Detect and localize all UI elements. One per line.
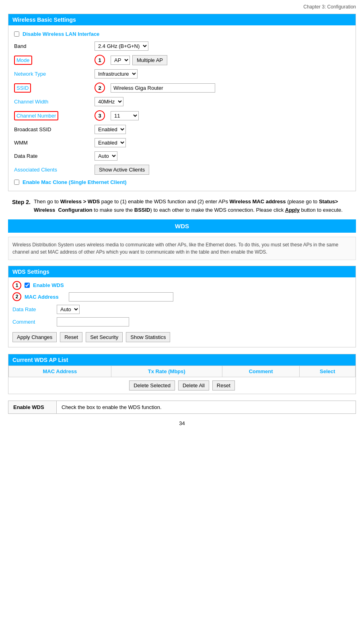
- enable-wds-label: Enable WDS: [33, 282, 64, 288]
- network-type-row: Network Type Infrastructure: [12, 67, 352, 81]
- disable-row: Disable Wireless LAN Interface: [12, 29, 352, 39]
- mac-address-container: 2 MAC Address: [12, 291, 352, 303]
- wds-ap-table: MAC Address Tx Rate (Mbps) Comment Selec…: [8, 366, 356, 377]
- mac-address-input[interactable]: [69, 292, 173, 302]
- step2-content: Step 2. Then go to Wireless > WDS page t…: [12, 198, 352, 215]
- ssid-input[interactable]: [111, 83, 215, 93]
- col-comment: Comment: [222, 366, 300, 377]
- channel-width-select[interactable]: 40MHz: [95, 97, 123, 106]
- enable-wds-row: Enable WDS: [25, 281, 352, 291]
- channel-number-select[interactable]: 11: [111, 111, 139, 120]
- wds-data-rate-row: Data Rate Auto: [12, 303, 352, 316]
- band-select[interactable]: 2.4 GHz (B+G+N): [95, 41, 148, 51]
- step2-apply-link: Apply: [285, 207, 300, 213]
- wmm-label: WMM: [14, 140, 95, 146]
- col-select: Select: [300, 366, 356, 377]
- wds-ap-list-panel: Current WDS AP List MAC Address Tx Rate …: [8, 354, 356, 394]
- description-row: Enable WDS Check the box to enable the W…: [8, 401, 356, 413]
- wds-action-buttons: Apply Changes Reset Set Security Show St…: [12, 328, 352, 344]
- step2-label: Step 2.: [12, 198, 31, 215]
- wds-comment-input[interactable]: [57, 317, 129, 326]
- disable-label: Disable Wireless LAN Interface: [23, 31, 99, 37]
- circle-2-badge: 2: [95, 83, 105, 93]
- description-table: Enable WDS Check the box to enable the W…: [8, 401, 356, 414]
- mode-highlight: Mode: [14, 56, 32, 65]
- network-type-label: Network Type: [14, 71, 95, 77]
- wds-list-buttons: Delete Selected Delete All Reset: [8, 377, 356, 394]
- network-type-select[interactable]: Infrastructure: [95, 69, 138, 79]
- wds-title-bar: WDS: [8, 219, 356, 233]
- associated-clients-label: Associated Clients: [14, 167, 95, 173]
- wmm-select[interactable]: Enabled: [95, 138, 126, 147]
- network-type-control: Infrastructure: [95, 69, 350, 79]
- step2-text: Then go to Wireless > WDS page to (1) en…: [34, 198, 352, 215]
- channel-number-control: 3 11: [95, 110, 350, 121]
- ssid-row: SSID 2: [12, 81, 352, 95]
- col-tx-rate: Tx Rate (Mbps): [111, 366, 222, 377]
- mac-addr-row: MAC Address: [25, 291, 352, 303]
- channel-number-highlight: Channel Number: [14, 111, 58, 120]
- step2-bssid: BSSID: [134, 207, 150, 213]
- mode-label: Mode: [14, 56, 95, 65]
- data-rate-label: Data Rate: [14, 153, 95, 159]
- wds-settings-panel: WDS Settings 1 Enable WDS 2 MAC Address …: [8, 266, 356, 347]
- mac-clone-checkbox[interactable]: [14, 180, 19, 185]
- mode-row: Mode 1 AP Multiple AP: [12, 53, 352, 67]
- ssid-highlight: SSID: [14, 83, 31, 93]
- associated-clients-control: Show Active Clients: [95, 165, 350, 175]
- mac-address-label: MAC Address: [25, 294, 69, 300]
- circle-3-badge: 3: [95, 110, 105, 121]
- multiple-ap-button[interactable]: Multiple AP: [132, 55, 167, 65]
- wmm-control: Enabled: [95, 138, 350, 147]
- wds-data-rate-label: Data Rate: [12, 306, 57, 312]
- wireless-basic-title: Wireless Basic Settings: [8, 14, 356, 25]
- mode-select[interactable]: AP: [111, 56, 130, 65]
- wds-settings-body: 1 Enable WDS 2 MAC Address Data Rate Aut…: [8, 277, 356, 347]
- associated-clients-row: Associated Clients Show Active Clients: [12, 163, 352, 177]
- wds-ap-list-title: Current WDS AP List: [8, 354, 356, 366]
- mode-control: 1 AP Multiple AP: [95, 55, 350, 65]
- wds-comment-row: Comment: [12, 316, 352, 328]
- wds-data-rate-select[interactable]: Auto: [57, 305, 80, 314]
- wireless-basic-panel: Wireless Basic Settings Disable Wireless…: [8, 14, 356, 191]
- wds-list-reset-button[interactable]: Reset: [212, 380, 235, 390]
- ssid-label: SSID: [14, 83, 95, 93]
- show-statistics-button[interactable]: Show Statistics: [126, 332, 170, 342]
- broadcast-ssid-row: Broadcast SSID Enabled: [12, 123, 352, 136]
- wds-comment-label: Comment: [12, 319, 57, 325]
- broadcast-ssid-control: Enabled: [95, 125, 350, 134]
- wds-info-text: Wireless Distribution System uses wirele…: [8, 237, 356, 260]
- data-rate-select[interactable]: Auto: [95, 151, 117, 161]
- enable-wds-checkbox[interactable]: [25, 283, 30, 288]
- wds-settings-title: WDS Settings: [8, 266, 356, 277]
- channel-number-row: Channel Number 3 11: [12, 108, 352, 123]
- circle-1-badge: 1: [95, 55, 105, 65]
- band-control: 2.4 GHz (B+G+N): [95, 41, 350, 51]
- channel-number-label: Channel Number: [14, 111, 95, 120]
- data-rate-control: Auto: [95, 151, 350, 161]
- delete-all-button[interactable]: Delete All: [178, 380, 209, 390]
- channel-width-control: 40MHz: [95, 97, 350, 106]
- ssid-control: 2: [95, 83, 350, 93]
- description-term: Enable WDS: [8, 401, 57, 413]
- show-active-clients-button[interactable]: Show Active Clients: [95, 165, 149, 175]
- channel-width-label: Channel Width: [14, 99, 95, 105]
- page-header: Chapter 3: Configuration: [8, 4, 356, 10]
- wds-badge-2: 2: [12, 292, 21, 301]
- band-label: Band: [14, 43, 95, 49]
- col-mac-address: MAC Address: [9, 366, 111, 377]
- wds-table-header-row: MAC Address Tx Rate (Mbps) Comment Selec…: [9, 366, 356, 377]
- data-rate-row: Data Rate Auto: [12, 149, 352, 163]
- step2-wireless-wds: Wireless > WDS: [60, 198, 100, 205]
- delete-selected-button[interactable]: Delete Selected: [129, 380, 175, 390]
- mac-clone-row: Enable Mac Clone (Single Ethernet Client…: [12, 177, 352, 188]
- disable-wireless-checkbox[interactable]: [14, 31, 19, 37]
- broadcast-ssid-select[interactable]: Enabled: [95, 125, 126, 134]
- set-security-button[interactable]: Set Security: [86, 332, 123, 342]
- wireless-basic-body: Disable Wireless LAN Interface Band 2.4 …: [8, 25, 356, 191]
- apply-changes-button[interactable]: Apply Changes: [12, 332, 57, 342]
- page-number: 34: [8, 420, 356, 426]
- reset-button[interactable]: Reset: [60, 332, 82, 342]
- mac-clone-label: Enable Mac Clone (Single Ethernet Client…: [23, 179, 127, 185]
- step2-block: Step 2. Then go to Wireless > WDS page t…: [8, 198, 356, 215]
